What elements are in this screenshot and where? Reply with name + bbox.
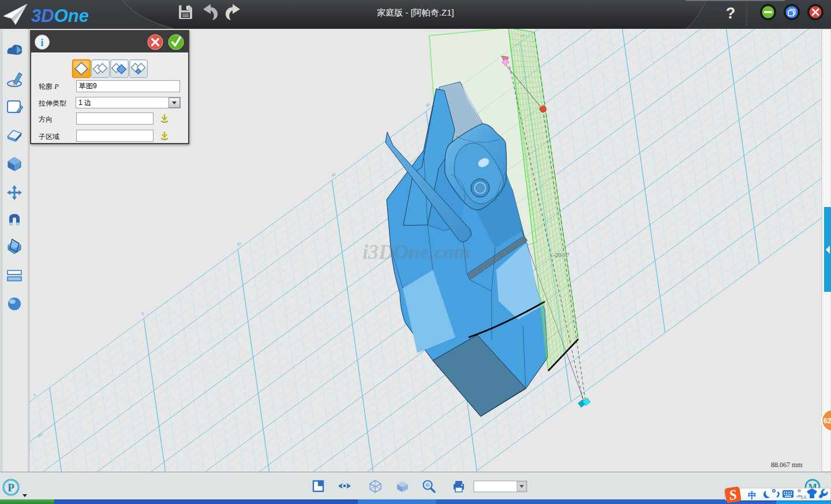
svg-text:家庭版 - [阿帕奇.Z1]: 家庭版 - [阿帕奇.Z1] xyxy=(377,7,454,17)
svg-text:i3DOne.com: i3DOne.com xyxy=(362,240,470,264)
svg-text:?: ? xyxy=(726,5,736,22)
svg-text:-206.7: -206.7 xyxy=(553,251,570,258)
svg-text:P: P xyxy=(8,482,14,494)
svg-text:i: i xyxy=(40,36,43,48)
svg-text:62: 62 xyxy=(823,417,831,425)
svg-text:3DOne: 3DOne xyxy=(31,6,89,26)
svg-text:14: 14 xyxy=(800,494,806,500)
svg-text:中: 中 xyxy=(748,490,757,500)
svg-text:88.067 mm: 88.067 mm xyxy=(771,461,803,469)
